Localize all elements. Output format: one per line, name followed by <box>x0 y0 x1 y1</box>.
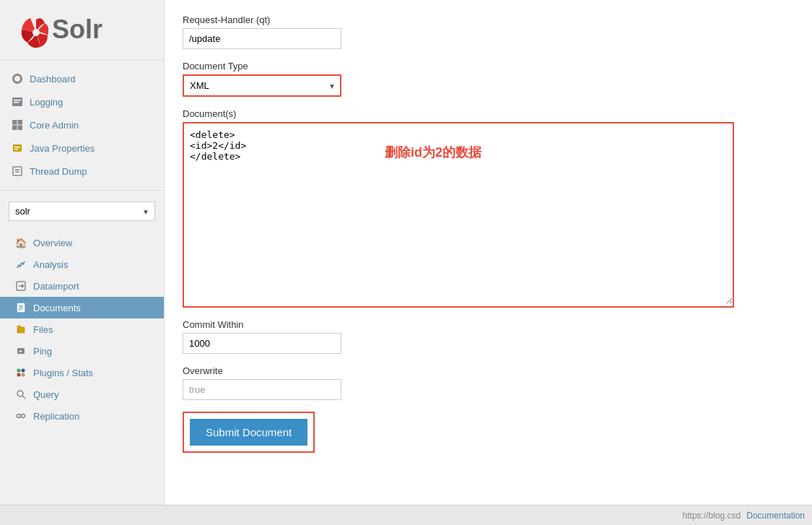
submit-document-button[interactable]: Submit Document <box>190 419 307 446</box>
commit-within-group: Commit Within <box>183 319 746 354</box>
svg-point-33 <box>22 415 25 418</box>
core-nav-item-ping[interactable]: Ping <box>0 340 164 362</box>
sidebar-item-java-properties[interactable]: Java Properties <box>0 136 164 160</box>
svg-rect-21 <box>19 305 23 306</box>
svg-marker-19 <box>22 284 25 288</box>
svg-line-31 <box>22 396 25 399</box>
submit-wrapper: Submit Document <box>183 412 315 453</box>
commit-within-label: Commit Within <box>183 319 746 330</box>
sidebar-item-core-admin[interactable]: Core Admin <box>0 113 164 136</box>
main-content: Request-Handler (qt) Document Type XML J… <box>165 0 812 505</box>
svg-point-32 <box>17 415 21 418</box>
svg-rect-9 <box>12 126 17 131</box>
solr-logo-text: Solr <box>52 17 102 43</box>
document-type-select-wrapper: XML JSON CSV Document Builder <box>183 74 341 97</box>
analysis-icon <box>14 258 27 271</box>
documents-label: Document(s) <box>183 108 746 119</box>
logging-icon <box>11 95 24 108</box>
svg-point-28 <box>17 373 21 377</box>
core-selector[interactable]: solr <box>9 201 155 221</box>
top-nav: Dashboard Logging Core Admin Java Proper… <box>0 64 164 186</box>
svg-point-3 <box>14 76 20 82</box>
overview-icon: 🏠 <box>14 236 27 249</box>
svg-rect-10 <box>18 126 23 131</box>
svg-rect-11 <box>13 144 22 152</box>
files-icon <box>14 323 27 336</box>
document-type-label: Document Type <box>183 61 746 71</box>
overwrite-input[interactable] <box>183 379 341 400</box>
document-type-select[interactable]: XML JSON CSV Document Builder <box>183 74 341 97</box>
bottom-bar: https://blog.csd Documentation <box>0 505 812 525</box>
request-handler-label: Request-Handler (qt) <box>183 14 746 25</box>
plugins-icon <box>14 366 27 379</box>
svg-point-1 <box>32 29 40 36</box>
core-select-dropdown[interactable]: solr <box>9 201 155 221</box>
svg-rect-6 <box>14 102 19 103</box>
core-nav-item-overview[interactable]: 🏠 Overview <box>0 232 164 253</box>
svg-point-26 <box>17 369 21 373</box>
annotation-text: 删除id为2的数据 <box>385 144 481 161</box>
request-handler-group: Request-Handler (qt) <box>183 14 746 49</box>
svg-point-27 <box>22 369 25 373</box>
dataimport-icon <box>14 279 27 292</box>
sidebar: Solr Dashboard Logging Core Admi <box>0 0 165 505</box>
core-admin-icon <box>11 118 24 131</box>
thread-dump-icon <box>11 165 24 178</box>
ping-icon <box>14 344 27 357</box>
core-nav-item-documents[interactable]: Documents <box>0 297 164 318</box>
replication-icon <box>14 409 27 422</box>
svg-rect-22 <box>19 308 23 308</box>
commit-within-input[interactable] <box>183 333 341 354</box>
query-icon <box>14 388 27 401</box>
core-nav-item-plugins-stats[interactable]: Plugins / Stats <box>0 362 164 383</box>
submit-group: Submit Document <box>183 412 746 453</box>
overwrite-label: Overwrite <box>183 365 746 376</box>
sidebar-item-logging[interactable]: Logging <box>0 90 164 113</box>
solr-logo-icon <box>11 11 48 48</box>
core-nav-item-replication[interactable]: Replication <box>0 405 164 427</box>
overwrite-group: Overwrite <box>183 365 746 400</box>
documentation-link[interactable]: Documentation <box>746 511 805 521</box>
core-nav: 🏠 Overview Analysis Dataimport Documen <box>0 228 164 430</box>
document-type-group: Document Type XML JSON CSV Document Buil… <box>183 61 746 97</box>
svg-rect-5 <box>14 100 21 101</box>
svg-rect-7 <box>12 120 17 125</box>
documents-icon <box>14 301 27 314</box>
logo-area: Solr <box>0 0 164 56</box>
svg-rect-12 <box>14 147 20 148</box>
doc-url-text: https://blog.csd <box>683 511 741 521</box>
svg-point-30 <box>17 391 23 396</box>
core-nav-item-files[interactable]: Files <box>0 318 164 340</box>
core-nav-item-analysis[interactable]: Analysis <box>0 253 164 275</box>
documents-group: Document(s) <delete> <id>2</id> </delete… <box>183 108 746 308</box>
svg-rect-8 <box>18 120 23 125</box>
core-nav-item-query[interactable]: Query <box>0 383 164 405</box>
sidebar-item-dashboard[interactable]: Dashboard <box>0 67 164 90</box>
dashboard-icon <box>11 72 24 85</box>
svg-rect-23 <box>19 309 22 310</box>
core-nav-item-dataimport[interactable]: Dataimport <box>0 275 164 297</box>
sidebar-item-thread-dump[interactable]: Thread Dump <box>0 160 164 183</box>
documents-form: Request-Handler (qt) Document Type XML J… <box>183 14 746 453</box>
svg-rect-13 <box>14 149 18 150</box>
java-properties-icon <box>11 142 24 155</box>
svg-point-29 <box>22 373 25 377</box>
svg-rect-14 <box>13 167 22 175</box>
request-handler-input[interactable] <box>183 28 341 49</box>
